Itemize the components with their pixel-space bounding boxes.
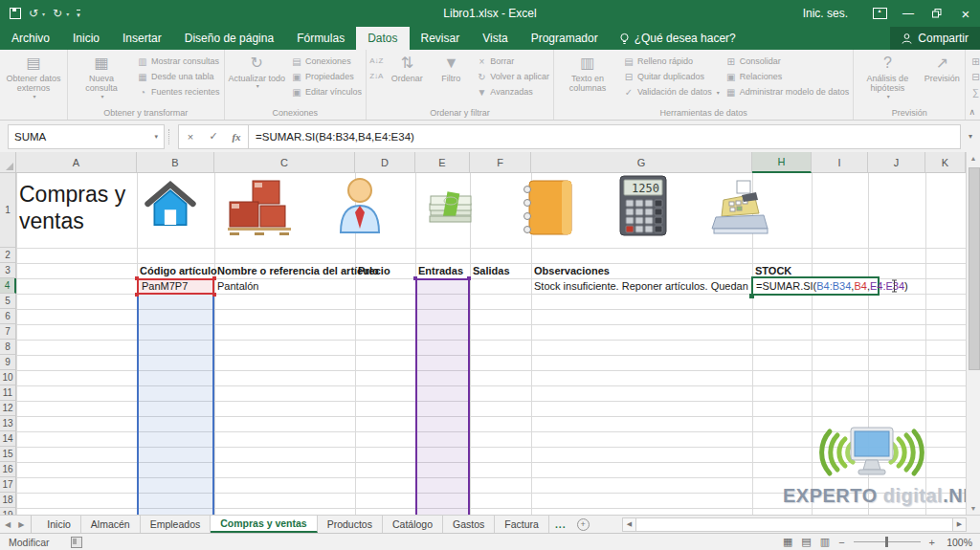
column-header-h[interactable]: H: [752, 152, 812, 173]
horizontal-scrollbar[interactable]: ◀▶: [622, 516, 967, 533]
cancel-icon[interactable]: ×: [179, 131, 202, 143]
calculator-icon[interactable]: 1250: [618, 175, 668, 236]
ribbon-tab-revisar[interactable]: Revisar: [410, 27, 472, 50]
page-break-view-icon[interactable]: ▥: [820, 536, 830, 548]
row-header-14[interactable]: 14: [0, 431, 16, 447]
ribbon-button-fuentes-recientes[interactable]: ◔Fuentes recientes: [137, 85, 220, 99]
ribbon-button-volver-a-aplicar[interactable]: ↻Volver a aplicar: [476, 70, 549, 83]
cell-f3-header[interactable]: Salidas: [470, 263, 513, 278]
person-icon[interactable]: [337, 177, 383, 238]
sheet-tab-factura[interactable]: Factura: [495, 516, 549, 533]
save-icon[interactable]: [10, 8, 21, 19]
minimize-button[interactable]: —: [894, 0, 923, 27]
new-sheet-icon[interactable]: +: [577, 518, 590, 531]
cell-h4-formula-edit[interactable]: =SUMAR.SI(B4:B34,B4,E4:E34): [751, 276, 880, 296]
ribbon-button-subtotal[interactable]: ∑Subtotal: [969, 85, 980, 99]
ribbon-button-previsi-n[interactable]: ↗Previsión: [920, 51, 964, 108]
column-header-e[interactable]: E: [415, 152, 470, 173]
tell-me-box[interactable]: ¿Qué desea hacer?: [610, 27, 746, 50]
row-header-8[interactable]: 8: [0, 340, 16, 355]
horizontal-scroll-track[interactable]: [636, 517, 952, 532]
column-header-j[interactable]: J: [868, 152, 925, 173]
row-header-4[interactable]: 4: [0, 278, 16, 294]
cell-g3-header[interactable]: Observaciones: [531, 263, 612, 278]
column-header-b[interactable]: B: [137, 152, 214, 173]
ribbon-button-obtener-datos-externos[interactable]: ▤Obtener datos externos▾: [1, 51, 66, 108]
cell-b3-header[interactable]: Código artículo: [137, 263, 220, 278]
undo-caret-icon[interactable]: ▾: [42, 11, 45, 17]
row-header-16[interactable]: 16: [0, 462, 16, 477]
sign-in-label[interactable]: Inic. ses.: [803, 7, 848, 20]
row-header-6[interactable]: 6: [0, 309, 16, 324]
column-header-d[interactable]: D: [355, 152, 415, 173]
row-header-5[interactable]: 5: [0, 294, 16, 309]
ribbon-tab-inicio[interactable]: Inicio: [61, 27, 111, 50]
sheet-nav-right-icon[interactable]: ▶: [18, 520, 24, 529]
select-all-corner[interactable]: [0, 152, 16, 173]
ribbon-button-consolidar[interactable]: ⊞Consolidar: [725, 55, 850, 68]
ribbon-tab-archivo[interactable]: Archivo: [0, 27, 61, 50]
sheet-tab-cat-logo[interactable]: Catálogo: [383, 516, 443, 533]
row-header-13[interactable]: 13: [0, 416, 16, 431]
boxes-icon[interactable]: [224, 177, 295, 238]
ribbon-tab-datos[interactable]: Datos: [356, 27, 409, 50]
scroll-up-icon[interactable]: ▲: [967, 155, 980, 162]
vertical-scrollbar[interactable]: ▲▼: [966, 152, 980, 515]
insert-function-icon[interactable]: fx: [225, 131, 248, 143]
column-header-a[interactable]: A: [16, 152, 137, 173]
redo-icon[interactable]: ↻: [53, 8, 62, 19]
ribbon-tab-f-rmulas[interactable]: Fórmulas: [285, 27, 356, 50]
row-header-1[interactable]: 1: [0, 173, 16, 248]
sheet-tabs-overflow[interactable]: ...: [549, 516, 572, 533]
name-box[interactable]: SUMA ▾: [8, 124, 165, 149]
ribbon-button-borrar[interactable]: ×Borrar: [476, 55, 549, 68]
sheet-tab-gastos[interactable]: Gastos: [443, 516, 495, 533]
ribbon-button-relaciones[interactable]: ▣Relaciones: [725, 70, 850, 83]
sheet-tab-productos[interactable]: Productos: [318, 516, 383, 533]
name-box-caret-icon[interactable]: ▾: [154, 133, 158, 141]
ribbon-button-relleno-r-pido[interactable]: ▤Relleno rápido: [623, 55, 720, 68]
ribbon-button-mostrar-consultas[interactable]: ▥Mostrar consultas: [137, 55, 220, 68]
row-header-3[interactable]: 3: [0, 263, 16, 278]
column-header-c[interactable]: C: [214, 152, 355, 173]
restore-button[interactable]: [923, 0, 951, 27]
row-header-15[interactable]: 15: [0, 447, 16, 462]
sheet-tab-empleados[interactable]: Empleados: [141, 516, 212, 533]
cell-b4-value[interactable]: PanM7P7: [139, 278, 190, 294]
customize-qat-icon[interactable]: ▾: [77, 10, 80, 18]
ribbon-button-a-z[interactable]: A↓Z: [369, 55, 383, 67]
cash-register-icon[interactable]: [710, 179, 769, 240]
column-header-f[interactable]: F: [470, 152, 531, 173]
page-layout-view-icon[interactable]: ▤: [801, 536, 811, 548]
zoom-in-icon[interactable]: +: [929, 537, 935, 548]
ribbon-button-desde-una-tabla[interactable]: ▦Desde una tabla: [137, 70, 220, 83]
ribbon-button-z-a[interactable]: Z↓A: [369, 70, 383, 82]
ribbon-display-options-icon[interactable]: ▴: [865, 0, 894, 27]
sheet-nav-left-icon[interactable]: ◀: [5, 520, 11, 529]
ribbon-button-editar-v-nculos[interactable]: ▣Editar vínculos: [291, 85, 362, 99]
vertical-scroll-thumb[interactable]: [969, 167, 980, 370]
ribbon-button-texto-en-columnas[interactable]: ▥Texto en columnas: [555, 51, 620, 108]
zoom-level[interactable]: 100%: [944, 537, 972, 548]
ribbon-tab-vista[interactable]: Vista: [471, 27, 519, 50]
cell-d3-header[interactable]: Precio: [355, 263, 393, 278]
scroll-down-icon[interactable]: ▼: [967, 505, 980, 512]
ribbon-button-avanzadas[interactable]: ▼Avanzadas: [476, 85, 549, 99]
sheet-tab-almac-n[interactable]: Almacén: [81, 516, 141, 533]
ribbon-button-propiedades[interactable]: ▣Propiedades: [291, 70, 362, 83]
cell-g4-value[interactable]: Stock insuficiente. Reponer artículos. Q…: [531, 278, 760, 294]
column-header-g[interactable]: G: [531, 152, 752, 173]
sheet-tab-inicio[interactable]: Inicio: [37, 516, 81, 533]
ribbon-button-validaci-n-de-datos[interactable]: ✓Validación de datos▾: [623, 85, 720, 99]
redo-caret-icon[interactable]: ▾: [66, 11, 69, 17]
row-header-17[interactable]: 17: [0, 477, 16, 493]
ribbon-button-nueva-consulta[interactable]: ▦Nueva consulta▾: [69, 51, 134, 108]
ribbon-button-an-lisis-de-hip-tesis[interactable]: ?Análisis de hipótesis▾: [855, 51, 920, 108]
macro-record-icon[interactable]: [71, 537, 82, 548]
hscroll-right-icon[interactable]: ▶: [952, 517, 967, 532]
money-icon[interactable]: [428, 187, 474, 248]
column-header-k[interactable]: K: [925, 152, 966, 173]
expand-formula-bar-icon[interactable]: ▾: [961, 132, 980, 141]
close-button[interactable]: ×: [951, 0, 980, 27]
cell-c4-value[interactable]: Pantalón: [214, 278, 261, 294]
